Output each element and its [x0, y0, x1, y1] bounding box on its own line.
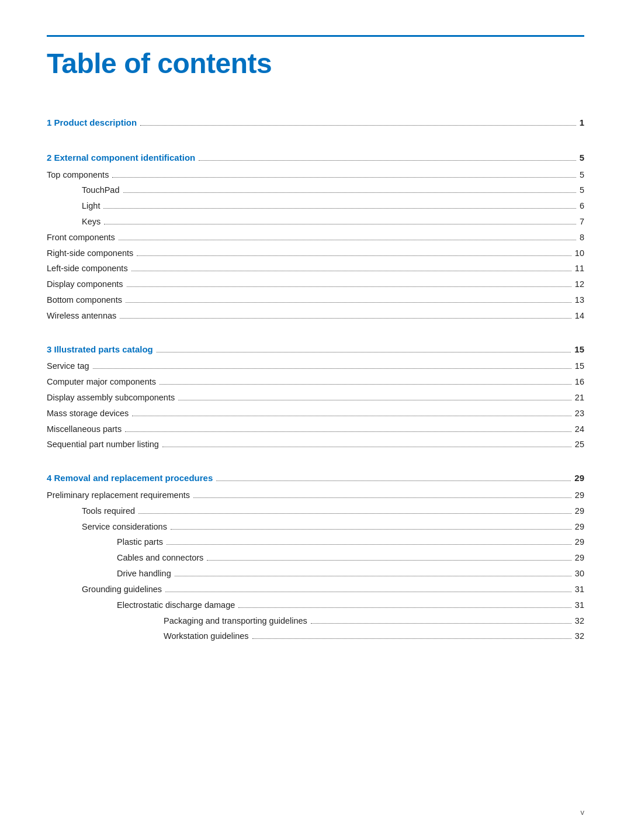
toc-chapter-label: 3 Illustrated parts catalog [47, 341, 153, 358]
toc-entry: Service tag 15 [47, 358, 584, 374]
toc-entry: Left-side components 11 [47, 261, 584, 276]
toc-entry: Grounding guidelines 31 [47, 582, 584, 597]
toc-entry-label: Service tag [47, 358, 89, 374]
toc-dots [311, 623, 571, 624]
toc-page: 29 [575, 503, 584, 519]
toc-entry: Plastic parts 29 [47, 534, 584, 550]
toc-dots [126, 302, 571, 303]
toc-dots [171, 529, 571, 530]
toc-dots [216, 481, 571, 481]
top-rule [47, 35, 584, 37]
toc-page: 10 [575, 246, 584, 261]
toc-page: 11 [575, 261, 584, 276]
toc-page: 32 [575, 613, 584, 629]
toc-entry-label: Packaging and transporting guidelines [164, 613, 307, 629]
toc-entry: Display components 12 [47, 276, 584, 292]
toc-entry-label: Display assembly subcomponents [47, 390, 175, 406]
toc-entry-label: Bottom components [47, 292, 122, 308]
toc-entry: Computer major components 16 [47, 374, 584, 390]
toc-entry: Packaging and transporting guidelines 32 [47, 613, 584, 629]
toc-entry: Sequential part number listing 25 [47, 437, 584, 452]
toc-entry-label: Service considerations [82, 519, 167, 535]
toc-page: 30 [575, 566, 584, 582]
toc-chapter-label: 1 Product description [47, 115, 137, 131]
toc-entry-label: Workstation guidelines [164, 628, 249, 644]
toc-dots [120, 318, 571, 319]
toc-page: 15 [575, 358, 584, 374]
toc-dots [93, 368, 571, 369]
toc-page: 29 [575, 488, 584, 503]
toc-dots [193, 497, 571, 498]
toc-entry-label: Right-side components [47, 246, 133, 261]
toc-entry-label: TouchPad [82, 182, 120, 198]
toc-container: 1 Product description 12 External compon… [47, 115, 584, 644]
toc-chapter-1: 1 Product description 1 [47, 115, 584, 131]
toc-page: 13 [575, 292, 584, 308]
toc-dots [157, 352, 571, 352]
toc-dots [207, 560, 571, 561]
toc-entry: Service considerations 29 [47, 519, 584, 535]
toc-entry: Electrostatic discharge damage 31 [47, 597, 584, 613]
toc-entry: Light 6 [47, 198, 584, 214]
toc-dots [178, 400, 571, 400]
toc-dots [175, 576, 571, 576]
toc-entry: Miscellaneous parts 24 [47, 421, 584, 437]
toc-page: 7 [580, 214, 584, 230]
toc-dots [162, 447, 571, 447]
toc-entry-label: Left-side components [47, 261, 128, 276]
toc-page: 15 [574, 341, 584, 358]
toc-dots [132, 416, 571, 416]
toc-entry-label: Top components [47, 167, 109, 183]
toc-page: 31 [575, 597, 584, 613]
toc-page: 24 [575, 421, 584, 437]
toc-page: 29 [575, 550, 584, 566]
toc-dots [167, 544, 571, 545]
toc-entry: Workstation guidelines 32 [47, 628, 584, 644]
toc-page: 32 [575, 628, 584, 644]
toc-dots [160, 384, 571, 385]
toc-entry-label: Sequential part number listing [47, 437, 159, 452]
toc-entry-label: Mass storage devices [47, 406, 129, 421]
toc-dots [119, 240, 576, 240]
toc-entry: Cables and connectors 29 [47, 550, 584, 566]
toc-entry: Wireless antennas 14 [47, 308, 584, 324]
toc-page: 5 [580, 167, 584, 183]
toc-dots [103, 208, 575, 209]
toc-chapter-2: 2 External component identification 5 [47, 150, 584, 166]
toc-entry-label: Tools required [82, 503, 135, 519]
toc-entry-label: Front components [47, 230, 115, 246]
toc-page: 5 [580, 150, 584, 166]
toc-entry: Bottom components 13 [47, 292, 584, 308]
page-title: Table of contents [47, 47, 584, 79]
toc-entry-label: Miscellaneous parts [47, 421, 122, 437]
toc-page: 23 [575, 406, 584, 421]
toc-entry-label: Display components [47, 276, 123, 292]
toc-page: 25 [575, 437, 584, 452]
toc-dots [238, 607, 571, 608]
toc-page: 29 [574, 470, 584, 486]
toc-page: 21 [575, 390, 584, 406]
toc-entry: Mass storage devices 23 [47, 406, 584, 421]
toc-page: 12 [575, 276, 584, 292]
toc-page: 29 [575, 519, 584, 535]
toc-entry: Front components 8 [47, 230, 584, 246]
page-number: v [581, 808, 585, 817]
toc-entry: Preliminary replacement requirements 29 [47, 488, 584, 503]
toc-entry-label: Light [82, 198, 100, 214]
toc-dots [131, 271, 571, 271]
toc-dots [123, 192, 576, 193]
toc-entry: TouchPad 5 [47, 182, 584, 198]
toc-entry: Drive handling 30 [47, 566, 584, 582]
toc-chapter-label: 2 External component identification [47, 150, 195, 166]
toc-entry-label: Grounding guidelines [82, 582, 162, 597]
toc-dots [127, 286, 571, 287]
toc-entry: Display assembly subcomponents 21 [47, 390, 584, 406]
toc-entry-label: Plastic parts [117, 534, 163, 550]
toc-entry-label: Drive handling [117, 566, 171, 582]
toc-page: 16 [575, 374, 584, 390]
toc-page: 31 [575, 582, 584, 597]
toc-dots [112, 177, 576, 178]
toc-dots [165, 592, 571, 592]
toc-entry: Top components 5 [47, 167, 584, 183]
toc-dots [125, 431, 571, 432]
